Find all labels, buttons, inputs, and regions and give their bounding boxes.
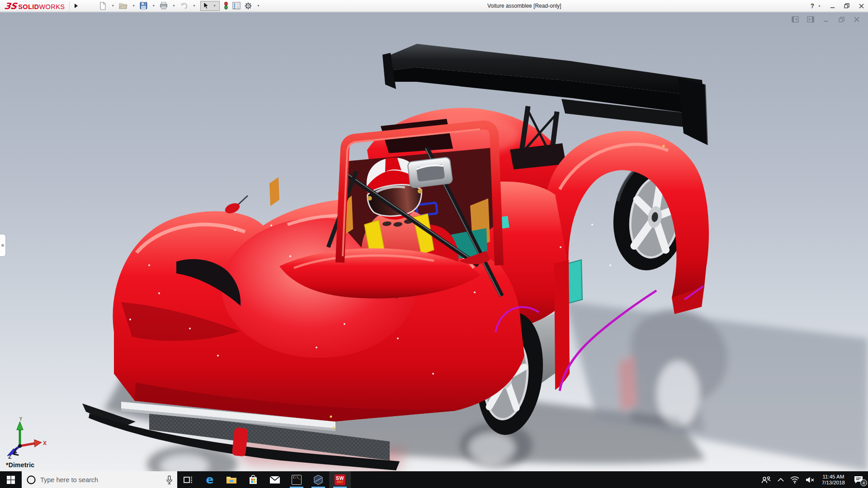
close-icon [854,17,859,22]
air-intake [407,157,453,188]
mail-button[interactable] [264,471,286,488]
print-button[interactable] [158,0,169,11]
open-button[interactable] [118,0,129,11]
open-dropdown[interactable]: ▼ [130,0,137,11]
close-button[interactable] [857,1,865,10]
chevron-up-icon [778,478,784,482]
solidworks-app-icon: SW 2017 [335,474,345,485]
save-floppy-icon [140,2,147,9]
select-tool-dropdown[interactable]: ▼ [211,0,218,11]
triad-x-label: X [43,440,47,446]
edge-button[interactable]: e [199,471,221,488]
triad-y-label: Y [19,417,23,422]
document-close-button[interactable] [853,16,861,23]
file-explorer-icon [226,475,237,484]
save-dropdown[interactable]: ▼ [150,0,157,11]
print-icon [160,2,168,9]
solidworks-logo-mark: ЗS [4,1,17,11]
wifi-button[interactable] [787,471,802,488]
new-document-button[interactable] [98,0,108,11]
task-view-button[interactable] [177,471,199,488]
gear-icon [244,2,252,10]
undo-dropdown[interactable]: ▼ [190,0,198,11]
taskbar-apps: e C:\_ [177,471,351,488]
visualization-button[interactable] [222,0,230,11]
report-list-icon [232,2,241,9]
menu-expand-arrow[interactable] [72,1,80,10]
wifi-icon [790,476,799,483]
window-controls: ? ▼ [811,0,866,12]
volume-muted-icon [806,476,815,483]
notification-badge: 4 [860,479,867,486]
volume-button[interactable] [802,471,818,488]
print-dropdown[interactable]: ▼ [170,0,178,11]
3d-model-canvas[interactable] [0,12,868,471]
report-button[interactable] [231,0,242,11]
traffic-light-icon [223,1,229,10]
mail-icon [269,476,280,484]
cursor-arrow-icon [203,2,209,9]
windows-taskbar: e C:\_ [0,471,868,488]
restore-icon [844,3,849,9]
document-window-controls [791,16,861,23]
select-tool-group: ▼ [200,1,220,11]
taskbar-clock[interactable]: 11:45 AM 7/13/2018 [818,471,849,488]
solidworks-taskbar-button[interactable]: SW 2017 [329,471,351,488]
restore-button[interactable] [843,1,851,10]
command-prompt-button[interactable]: C:\_ [286,471,307,488]
minimize-icon [823,17,829,22]
minimize-button[interactable] [828,1,836,10]
mixed-reality-viewer-button[interactable] [307,471,329,488]
store-icon [248,475,258,485]
solidworks-logo-bold: SOLID [18,3,39,10]
store-button[interactable] [242,471,264,488]
restore-icon [839,17,844,23]
divider [69,1,70,10]
options-dropdown[interactable]: ▼ [255,0,262,11]
action-center-button[interactable]: 4 [849,471,868,488]
close-icon [859,4,864,9]
help-button[interactable]: ? [811,2,815,9]
save-button[interactable] [138,0,149,11]
start-button[interactable] [0,471,22,488]
task-view-icon [183,475,193,485]
dock-left-button[interactable] [791,16,799,23]
minimize-icon [830,4,835,9]
system-tray: 11:45 AM 7/13/2018 4 [758,471,868,488]
search-input[interactable] [40,476,162,483]
cortana-icon [26,475,36,485]
hexagon-viewer-icon [313,474,324,485]
quick-toolbar: ▼ ▼ ▼ [98,0,262,11]
options-button[interactable] [243,0,254,11]
document-restore-button[interactable] [837,16,845,23]
edge-icon: e [206,474,214,485]
dock-right-icon [807,16,814,23]
select-tool-button[interactable] [202,0,211,11]
windows-logo-icon [7,476,15,484]
desktop: ЗS SOLID WORKS ▼ ▼ [0,0,868,488]
undo-button[interactable] [179,0,189,11]
people-icon [761,476,771,484]
taskbar-search[interactable] [22,471,177,488]
help-dropdown[interactable]: ▼ [817,5,822,8]
collapsed-panel-tab[interactable] [0,235,5,256]
view-orientation-label: *Dimetric [6,461,34,469]
reference-triad: Y X Z [3,417,48,459]
solidworks-logo-light: WORKS [39,3,65,10]
title-bar: ЗS SOLID WORKS ▼ ▼ [0,0,868,12]
command-prompt-icon: C:\_ [292,475,302,485]
dock-right-button[interactable] [807,16,815,23]
clock-time: 11:45 AM [822,474,845,480]
document-minimize-button[interactable] [822,16,830,23]
clock-date: 7/13/2018 [822,480,845,486]
triad-z-label: Z [8,454,11,459]
solidworks-logo: ЗS SOLID WORKS [0,1,65,11]
new-document-dropdown[interactable]: ▼ [109,0,117,11]
dock-left-icon [792,16,799,23]
show-hidden-icons-button[interactable] [774,471,787,488]
microphone-icon[interactable] [166,475,173,484]
open-folder-icon [119,2,127,9]
file-explorer-button[interactable] [221,471,242,488]
undo-icon [180,2,188,9]
people-button[interactable] [758,471,774,488]
